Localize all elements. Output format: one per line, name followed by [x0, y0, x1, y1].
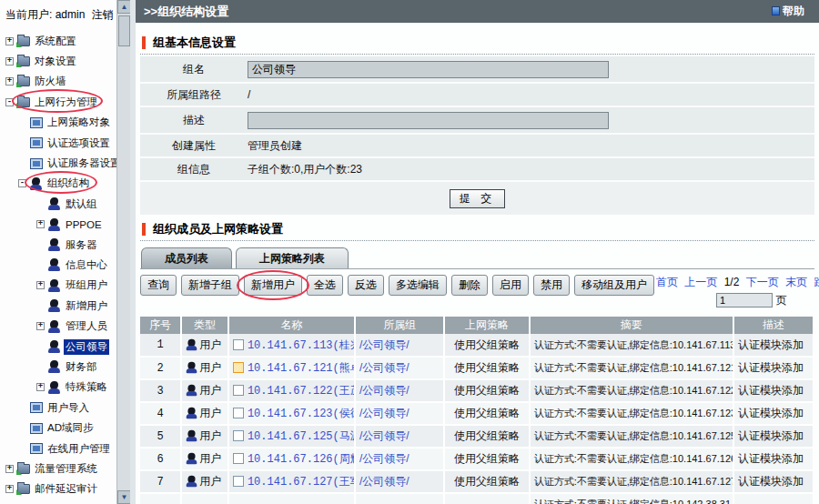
- tree-item[interactable]: 认证选项设置: [0, 133, 130, 153]
- tree-item[interactable]: + 系统配置: [0, 31, 130, 51]
- row-checkbox[interactable]: [233, 476, 244, 487]
- toolbar-button[interactable]: 删除: [451, 275, 488, 296]
- tree-item[interactable]: 在线用户管理: [0, 438, 130, 459]
- tree-item[interactable]: + 对象设置: [0, 51, 130, 71]
- last-page-link[interactable]: 末页: [785, 276, 807, 288]
- tree-item[interactable]: 公司领导: [0, 337, 130, 357]
- first-page-link[interactable]: 首页: [656, 276, 678, 288]
- next-page-link[interactable]: 下一页: [746, 276, 779, 288]
- toolbar-button[interactable]: 全选: [307, 275, 343, 296]
- jump-to-link[interactable]: 跳转到: [814, 276, 819, 288]
- user-name-link[interactable]: 10.141.67.123(侯德安): [248, 408, 355, 420]
- tree-item[interactable]: 信息中心: [0, 255, 130, 275]
- group-link[interactable]: /公司领导/: [359, 429, 410, 442]
- tree-item[interactable]: 认证服务器设置: [0, 153, 130, 173]
- group-link[interactable]: /公司领导/: [359, 384, 410, 397]
- tree-node-icon: [30, 402, 43, 413]
- group-link[interactable]: /公司领导/: [359, 407, 410, 419]
- toolbar-button[interactable]: 新增子组: [181, 275, 239, 296]
- tab[interactable]: 成员列表: [141, 247, 232, 268]
- tree-item[interactable]: - 上网行为管理: [0, 92, 130, 112]
- tree-item[interactable]: + 特殊策略: [0, 378, 130, 398]
- toolbar-button[interactable]: 移动组及用户: [574, 275, 654, 296]
- prev-page-link[interactable]: 上一页: [684, 276, 717, 288]
- tree-item-label: 对象设置: [33, 54, 78, 69]
- tab[interactable]: 上网策略列表: [236, 247, 349, 268]
- group-link[interactable]: /公司领导/: [359, 361, 410, 374]
- toolbar-button[interactable]: 启用: [492, 275, 529, 296]
- cell-type: 用户: [181, 379, 228, 402]
- tree-expander-icon[interactable]: +: [5, 465, 14, 473]
- tree-item[interactable]: - 组织结构: [0, 174, 130, 194]
- tree-item[interactable]: + 管理人员: [0, 316, 130, 336]
- submit-button[interactable]: 提 交: [450, 189, 505, 208]
- field-input[interactable]: [248, 61, 609, 78]
- group-link[interactable]: /公司领导/: [359, 338, 410, 351]
- user-name-link[interactable]: 10.141.67.121(熊卓远): [248, 362, 355, 375]
- group-link[interactable]: /公司领导/: [359, 452, 410, 465]
- scroll-down-icon[interactable]: ▼: [117, 490, 131, 504]
- user-name-link[interactable]: 10.141.67.122(王茂全): [248, 385, 355, 398]
- row-checkbox[interactable]: [233, 430, 244, 441]
- row-checkbox[interactable]: [233, 362, 244, 373]
- sidebar-scrollbar[interactable]: ▲ ▼: [116, 0, 130, 504]
- toolbar-button[interactable]: 多选编辑: [389, 275, 447, 296]
- cell-seq: 6: [140, 448, 181, 470]
- toolbar-button[interactable]: 反选: [348, 275, 384, 296]
- tree-expander-icon[interactable]: +: [5, 485, 14, 493]
- page-number-input[interactable]: [716, 293, 773, 307]
- user-name-link[interactable]: 10.141.67.126(周辉): [248, 453, 355, 466]
- cell-name: 10.141.67.127(王军): [228, 470, 355, 493]
- tree-item[interactable]: 用户导入: [0, 398, 130, 418]
- scroll-up-icon[interactable]: ▲: [117, 0, 131, 14]
- tree-item[interactable]: + 防火墙: [0, 72, 130, 92]
- content-area: 组基本信息设置 组名 公司领导 所属组路径 /: [136, 23, 819, 504]
- cell-name: 10.141.67.121(熊卓远): [228, 357, 355, 379]
- row-checkbox[interactable]: [233, 453, 244, 464]
- table-row: 5 用户 10.141.67.125(马波) /公司领导/ 使用父组策略 认证方…: [140, 425, 814, 448]
- tree-expander-icon[interactable]: +: [36, 322, 45, 330]
- row-checkbox[interactable]: [233, 385, 244, 396]
- user-name-link[interactable]: 10.141.67.127(王军): [248, 476, 355, 489]
- tree-item[interactable]: + 班组用户: [0, 276, 130, 296]
- help-button[interactable]: 帮助: [772, 0, 804, 23]
- cell-summary: 认证方式:不需要认证,绑定信息:10.141.67.113,: [530, 334, 733, 357]
- row-checkbox[interactable]: [233, 408, 244, 418]
- logout-link[interactable]: 注销: [92, 8, 114, 21]
- tree-item[interactable]: AD域同步: [0, 418, 130, 438]
- tree-item[interactable]: + 流量管理系统: [0, 459, 130, 479]
- toolbar-button[interactable]: 禁用: [533, 275, 570, 296]
- tree-item[interactable]: + 邮件延迟审计: [0, 479, 130, 499]
- tree-node-icon: [48, 360, 61, 373]
- tree-item-label: PPPOE: [64, 218, 104, 231]
- tree-expander-icon[interactable]: -: [18, 179, 26, 187]
- tree-expander-icon[interactable]: -: [5, 98, 14, 106]
- tree-node-icon: [17, 36, 30, 46]
- user-name-link[interactable]: 10.141.67.113(桂兆东): [248, 339, 355, 352]
- tree-expander-icon[interactable]: +: [36, 383, 45, 391]
- tree-item[interactable]: 财务部: [0, 357, 130, 377]
- toolbar-button[interactable]: 查询: [140, 275, 177, 296]
- cell-type: 用户: [181, 470, 228, 493]
- cell-type: 用户: [181, 334, 228, 357]
- cell-group: [355, 493, 444, 504]
- tree-expander-icon[interactable]: +: [36, 220, 45, 228]
- tree-expander-icon[interactable]: +: [36, 281, 45, 289]
- cell-desc: 认证模块添加: [733, 334, 814, 357]
- user-name-link[interactable]: 10.141.67.125(马波): [248, 430, 355, 443]
- cell-group: /公司领导/: [355, 425, 444, 448]
- field-input[interactable]: [248, 112, 609, 129]
- tree-item[interactable]: 上网策略对象: [0, 113, 130, 133]
- tree-expander-icon[interactable]: +: [5, 77, 14, 86]
- toolbar-button[interactable]: 新增用户: [244, 275, 302, 296]
- tree-item[interactable]: + PPPOE: [0, 215, 130, 235]
- tree-item[interactable]: 新增用户: [0, 296, 130, 316]
- tree-expander-icon[interactable]: +: [5, 57, 14, 66]
- cell-group: /公司领导/: [355, 379, 444, 402]
- row-checkbox[interactable]: [233, 339, 244, 350]
- tree-item[interactable]: 服务器: [0, 235, 130, 255]
- group-link[interactable]: /公司领导/: [359, 475, 410, 488]
- tree-expander-icon[interactable]: +: [5, 37, 14, 45]
- tree-item[interactable]: 默认组: [0, 194, 130, 214]
- scrollbar-thumb[interactable]: [118, 15, 130, 46]
